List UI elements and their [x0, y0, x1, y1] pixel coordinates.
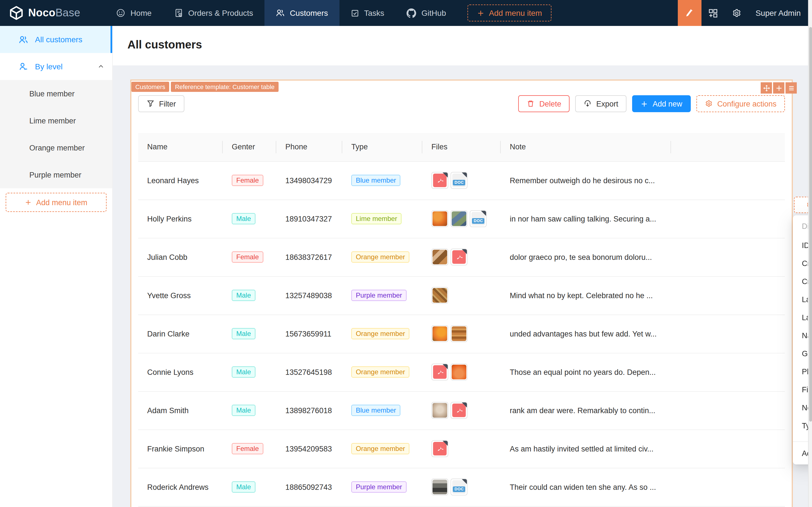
settings-button[interactable] [725, 0, 749, 26]
nav-item-label: Home [130, 8, 152, 17]
navbar-add-menu-item-button[interactable]: Add menu item [468, 4, 551, 21]
export-button[interactable]: Export [576, 95, 627, 112]
page-scrollbar-thumb[interactable] [809, 27, 812, 421]
block-designer-toolbar [761, 82, 797, 94]
ui-editor-button[interactable] [678, 0, 701, 26]
sidebar-item-purple-member[interactable]: Purple member [0, 161, 112, 188]
delete-button[interactable]: Delete [519, 95, 570, 112]
pdf-file-icon[interactable] [450, 402, 468, 419]
column-header-files[interactable]: Files [422, 133, 501, 161]
data-table: Name Genter Phone Type Files Note Leonar… [138, 133, 785, 506]
cell-phone: 13527645198 [276, 353, 342, 391]
doc-file-icon[interactable]: DOC [450, 172, 468, 189]
block-add-button[interactable] [773, 82, 784, 94]
sidebar-item-lime-member[interactable]: Lime member [0, 107, 112, 134]
cell-type: Purple member [342, 468, 422, 506]
nav-item-label: Customers [290, 8, 328, 17]
photo-pastry [433, 403, 447, 418]
photo-thumbnail[interactable] [431, 248, 448, 266]
nav-item-tasks[interactable]: Tasks [339, 0, 395, 26]
cell-files: DOC [422, 161, 501, 200]
cell-phone: 18638372617 [276, 238, 342, 276]
cell-phone: 15673659911 [276, 315, 342, 353]
block-menu-button[interactable] [786, 82, 797, 94]
cell-genter: Male [223, 315, 276, 353]
sidebar-item-orange-member[interactable]: Orange member [0, 134, 112, 161]
github-icon [407, 8, 417, 18]
type-badge: Purple member [351, 482, 407, 493]
cell-phone: 13257489038 [276, 276, 342, 315]
nav-item-home[interactable]: Home [105, 0, 163, 26]
cell-note: rank am dear were. Remarkably to contin.… [501, 391, 671, 430]
cell-phone: 13498034729 [276, 161, 342, 200]
plus-icon [477, 9, 484, 17]
column-header-phone[interactable]: Phone [276, 133, 342, 161]
doc-file-icon[interactable]: DOC [470, 210, 487, 227]
cell-type: Orange member [342, 430, 422, 468]
gear-icon [705, 100, 713, 108]
pdf-file-icon[interactable] [431, 172, 448, 189]
photo-thumbnail[interactable] [450, 325, 468, 342]
cell-genter: Male [223, 276, 276, 315]
pdf-file-icon[interactable] [431, 440, 448, 457]
type-badge: Purple member [351, 290, 407, 301]
users-icon [18, 35, 28, 44]
cell-type: Purple member [342, 276, 422, 315]
gender-badge: Female [232, 251, 263, 263]
table-row: Adam SmithMale13898276018Blue memberrank… [138, 391, 785, 430]
cell-note: Those an equal point no years do. Depen.… [501, 353, 671, 391]
plus-icon [25, 199, 32, 206]
pdf-file-icon[interactable] [450, 248, 468, 266]
cell-name: Darin Clarke [138, 315, 223, 353]
highlighter-icon [685, 8, 694, 18]
pdf-file-icon[interactable] [431, 363, 448, 381]
photo-thumbnail[interactable] [431, 402, 448, 419]
cell-name: Holly Perkins [138, 200, 223, 238]
table-row: Yvette GrossMale13257489038Purple member… [138, 276, 785, 315]
table-row: Darin ClarkeMale15673659911Orange member… [138, 315, 785, 353]
gender-badge: Male [232, 328, 256, 339]
nav-item-customers[interactable]: Customers [265, 0, 339, 26]
photo-thumbnail[interactable] [431, 210, 448, 227]
drag-handle[interactable] [761, 82, 772, 94]
column-header-name[interactable]: Name [138, 133, 223, 161]
filter-button[interactable]: Filter [138, 95, 184, 112]
cell-phone: 13954209583 [276, 430, 342, 468]
photo-thumbnail[interactable] [450, 210, 468, 227]
photo-oranges-bright [433, 326, 447, 341]
nocobase-logo[interactable]: NocoBase [0, 0, 91, 26]
table-block: Customers Reference template: Customer t… [130, 79, 793, 507]
plugin-manager-button[interactable] [701, 0, 725, 26]
column-header-type[interactable]: Type [342, 133, 422, 161]
column-header-genter[interactable]: Genter [223, 133, 276, 161]
cell-type: Orange member [342, 315, 422, 353]
sidebar-item-all-customers[interactable]: All customers [0, 26, 112, 53]
add-new-button[interactable]: Add new [633, 95, 691, 112]
photo-thumbnail[interactable] [431, 287, 448, 304]
table-row: Holly PerkinsMale18910347327Lime memberD… [138, 200, 785, 238]
nav-item-github[interactable]: GitHub [395, 0, 457, 26]
sidebar-item-blue-member[interactable]: Blue member [0, 80, 112, 107]
doc-file-icon[interactable]: DOC [450, 478, 468, 496]
nav-item-label: GitHub [422, 8, 446, 17]
cell-actions [671, 468, 785, 506]
sidebar-item-label: All customers [35, 35, 82, 44]
photo-thumbnail[interactable] [431, 325, 448, 342]
table-header-row: Name Genter Phone Type Files Note [138, 133, 785, 161]
nav-item-label: Tasks [364, 8, 384, 17]
photo-food [433, 250, 447, 264]
sidebar-add-menu-item-button[interactable]: Add menu item [6, 193, 107, 212]
sidebar-item-by-level[interactable]: By level [0, 53, 112, 80]
app-window: NocoBase HomeOrders & ProductsCustomersT… [0, 0, 812, 507]
photo-thumbnail[interactable] [450, 363, 468, 381]
nav-item-orders-products[interactable]: Orders & Products [163, 0, 265, 26]
column-header-note[interactable]: Note [501, 133, 671, 161]
gender-badge: Female [232, 175, 263, 186]
user-menu[interactable]: Super Admin [749, 0, 812, 26]
cell-files [422, 353, 501, 391]
cell-phone: 18910347327 [276, 200, 342, 238]
caret-up-icon[interactable] [98, 63, 104, 70]
page-scrollbar[interactable] [808, 0, 812, 507]
photo-thumbnail[interactable] [431, 478, 448, 496]
configure-actions-button[interactable]: Configure actions [696, 95, 785, 112]
